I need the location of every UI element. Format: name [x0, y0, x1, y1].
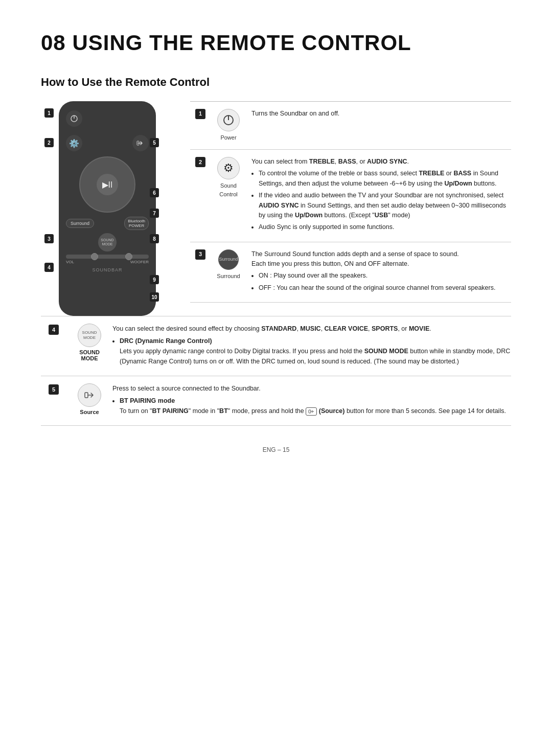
row1-badge: 1 — [195, 109, 205, 119]
slider-handle-vol[interactable] — [91, 253, 98, 260]
sound-mode-container: SOUNDMODE — [66, 233, 149, 251]
row5-bullet-1: BT PAIRING mode To turn on "BT PAIRING" … — [120, 396, 511, 416]
sound-control-icon-circle: ⚙ — [217, 157, 240, 179]
row4-bullet-list: DRC (Dynamic Range Control) Lets you app… — [120, 336, 511, 366]
drc-heading: DRC (Dynamic Range Control) — [120, 337, 212, 345]
table-row-1: 1 Power Turns the Soundbar on and off. — [190, 102, 511, 150]
source-icon-inline — [308, 408, 314, 415]
table-row-3: 3 Surround Surround The Surround Sound f… — [190, 242, 511, 303]
music-bold: MUSIC — [300, 325, 320, 332]
row5-bullet-list: BT PAIRING mode To turn on "BT PAIRING" … — [120, 396, 511, 416]
page-title: 08 USING THE REMOTE CONTROL — [41, 31, 511, 55]
source-button-ref — [306, 407, 317, 416]
main-content: 1 2 3 4 5 6 7 8 9 10 — [41, 101, 511, 316]
slider-track — [66, 255, 149, 259]
row3-icon-label: Surround — [216, 272, 241, 281]
remote-label-8: 8 — [150, 234, 159, 243]
row4-icon-label: SOUND MODE — [72, 349, 107, 361]
sound-mode-button[interactable]: SOUNDMODE — [98, 233, 117, 251]
remote-label-6: 6 — [150, 188, 159, 197]
remote-label-9: 9 — [150, 275, 159, 284]
row2-bullet-1: To control the volume of the treble or b… — [259, 169, 506, 189]
descriptions-section: 1 Power Turns the Soundbar on and off. — [190, 101, 511, 316]
section-title: How to Use the Remote Control — [41, 76, 511, 89]
bottom-row-4: 4 SOUNDMODE SOUND MODE You can select th… — [41, 316, 511, 376]
remote-wrapper: 1 2 3 4 5 6 7 8 9 10 — [41, 101, 174, 316]
remote-label-7: 7 — [150, 209, 159, 218]
row4-num: 4 — [41, 324, 66, 369]
row5-badge: 5 — [49, 384, 59, 395]
row4-badge: 4 — [49, 325, 59, 335]
source-icon — [84, 390, 95, 401]
power-icon-circle — [217, 109, 240, 131]
remote-label-2: 2 — [44, 138, 54, 147]
row2-badge: 2 — [195, 157, 205, 167]
bass-bold: BASS — [338, 158, 356, 165]
row3-bullet-2: OFF : You can hear the sound of the orig… — [259, 283, 506, 293]
gear-icon: ⚙ — [223, 159, 234, 177]
sound-control-button[interactable]: ⚙️ — [66, 135, 82, 151]
treble-bold: TREBLE — [309, 158, 335, 165]
power-button[interactable] — [66, 110, 82, 127]
row2-bullet-list: To control the volume of the treble or b… — [259, 169, 506, 232]
surround-icon: Surround — [218, 249, 239, 270]
row5-num: 5 — [41, 383, 66, 418]
remote-label-10: 10 — [150, 292, 159, 302]
source-button[interactable] — [132, 135, 149, 151]
remote-container: 1 2 3 4 5 6 7 8 9 10 — [54, 101, 161, 316]
woofer-label: WOOFER — [130, 260, 149, 264]
page-footer: ENG – 15 — [41, 446, 511, 453]
svg-rect-6 — [309, 410, 311, 413]
row1-icon-label: Power — [216, 133, 241, 142]
row1-description: Turns the Soundbar on and off. — [246, 102, 511, 150]
row4-description: You can select the desired sound effect … — [112, 324, 511, 369]
vol-label: VOL — [66, 260, 74, 264]
row2-bullet-2: If the video and audio between the TV an… — [259, 191, 506, 220]
remote-label-5: 5 — [150, 138, 159, 147]
row3-bullet-1: ON : Play sound over all the speakers. — [259, 271, 506, 281]
svg-rect-5 — [85, 393, 88, 398]
remote-row-surround: Surround BluetoothPOWER — [66, 217, 149, 230]
remote-slider-row: VOL WOOFER — [66, 255, 149, 264]
row1-num: 1 — [190, 102, 211, 150]
movie-bold: MOVIE — [409, 325, 429, 332]
row2-description: You can select from TREBLE, BASS, or AUD… — [246, 150, 511, 242]
row5-description: Press to select a source connected to th… — [112, 383, 511, 418]
row2-icon-cell: ⚙ Sound Control — [211, 150, 246, 242]
surround-button[interactable]: Surround — [66, 219, 94, 228]
audio-sync-bold: AUDIO SYNC — [367, 158, 407, 165]
sound-mode-icon: SOUNDMODE — [82, 330, 97, 341]
soundbar-label: SOUNDBAR — [66, 267, 149, 272]
page-number: ENG – 15 — [263, 446, 290, 453]
remote-label-1: 1 — [44, 108, 54, 118]
row3-bullet-list: ON : Play sound over all the speakers. O… — [259, 271, 506, 293]
row2-bullet-3: Audio Sync is only supported in some fun… — [259, 222, 506, 232]
bt-pairing-heading: BT PAIRING mode — [120, 397, 175, 404]
row5-icon-cell: Source — [66, 383, 112, 418]
play-pause-button[interactable]: ▶II — [97, 174, 118, 195]
row2-icon-label: Sound Control — [216, 181, 241, 199]
sound-mode-icon-circle: SOUNDMODE — [78, 324, 101, 347]
bluetooth-power-button[interactable]: BluetoothPOWER — [124, 217, 149, 230]
table-row-2: 2 ⚙ Sound Control You can select from TR… — [190, 150, 511, 242]
nav-ring-container: ▶II — [66, 156, 149, 213]
row4-bullet-1: DRC (Dynamic Range Control) Lets you app… — [120, 336, 511, 366]
slider-handle-woofer[interactable] — [125, 253, 132, 260]
bottom-section: 4 SOUNDMODE SOUND MODE You can select th… — [41, 316, 511, 426]
row3-badge: 3 — [195, 249, 205, 260]
row3-description: The Surround Sound function adds depth a… — [246, 242, 511, 303]
remote-label-3: 3 — [44, 234, 54, 243]
row4-icon-cell: SOUNDMODE SOUND MODE — [66, 324, 112, 369]
remote-body: ⚙️ ▶II Surround — [59, 101, 156, 316]
remote-row-1 — [66, 110, 149, 127]
sports-bold: SPORTS — [372, 325, 398, 332]
source-icon-circle — [78, 383, 101, 407]
source-bold: (Source) — [319, 407, 345, 415]
remote-label-4: 4 — [44, 263, 54, 272]
row5-icon-label: Source — [72, 409, 107, 415]
standard-bold: STANDARD — [261, 325, 296, 332]
row2-num: 2 — [190, 150, 211, 242]
row3-num: 3 — [190, 242, 211, 303]
descriptions-table: 1 Power Turns the Soundbar on and off. — [190, 101, 511, 303]
nav-ring[interactable]: ▶II — [79, 156, 135, 213]
